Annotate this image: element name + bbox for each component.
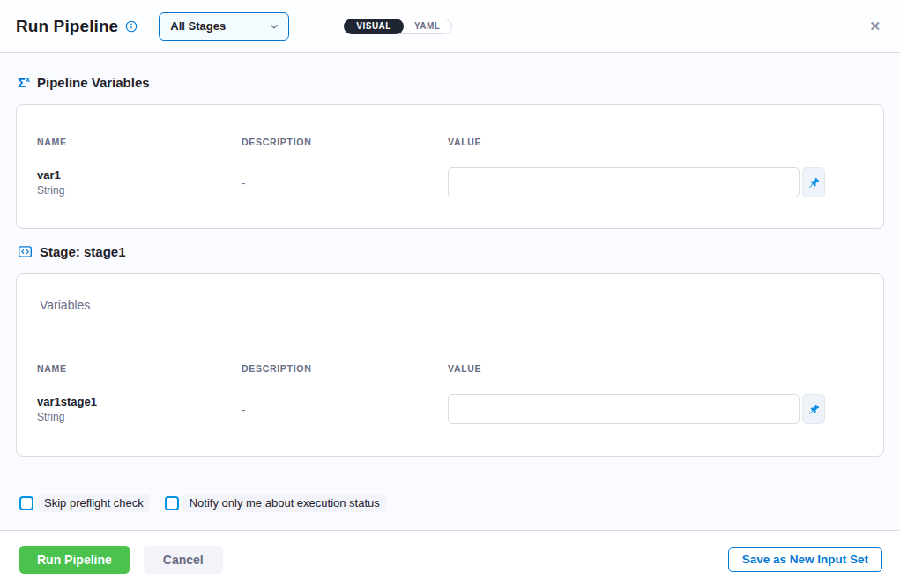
run-pipeline-button[interactable]: Run Pipeline (19, 546, 130, 574)
cancel-button[interactable]: Cancel (144, 546, 223, 574)
page-title: Run Pipeline (16, 17, 118, 36)
pin-icon (807, 176, 821, 190)
table-row: var1stage1 String - (37, 394, 825, 424)
stage-variables-card-title: Variables (40, 298, 825, 312)
notify-me-label: Notify only me about execution status (183, 494, 386, 512)
column-header-description: DESCRIPTION (242, 137, 448, 147)
pipeline-variables-card: NAME DESCRIPTION VALUE var1 String - (16, 104, 884, 229)
variable-description: - (242, 176, 448, 190)
column-header-value: VALUE (448, 363, 825, 374)
notify-me-checkbox[interactable] (165, 496, 179, 510)
table-row: var1 String - (37, 167, 825, 197)
pin-input-type-button[interactable] (802, 394, 825, 424)
column-header-value: VALUE (448, 137, 825, 147)
modal-footer: Run Pipeline Cancel Save as New Input Se… (0, 530, 900, 588)
stage-heading: Stage: stage1 (18, 244, 884, 259)
info-icon[interactable] (125, 20, 138, 33)
variable-name-cell: var1stage1 String (37, 395, 242, 423)
stage-title: Stage: stage1 (40, 244, 126, 259)
toggle-yaml[interactable]: YAML (403, 19, 451, 33)
variable-value-cell (448, 167, 825, 197)
variable-name-cell: var1 String (37, 168, 242, 197)
column-header-name: NAME (37, 363, 242, 374)
pipeline-variables-title: Pipeline Variables (37, 75, 150, 90)
column-header-name: NAME (37, 137, 242, 147)
variable-name: var1stage1 (37, 395, 242, 408)
stage-variables-table-header: NAME DESCRIPTION VALUE (37, 363, 825, 374)
stage-code-icon (18, 244, 33, 259)
variable-value-cell (448, 394, 825, 424)
pin-input-type-button[interactable] (802, 167, 825, 197)
skip-preflight-checkbox[interactable] (19, 496, 33, 510)
stage-selector-dropdown[interactable]: All Stages (159, 12, 289, 41)
run-pipeline-modal: Run Pipeline All Stages VISUAL YAML ✕ (0, 0, 900, 588)
skip-preflight-label: Skip preflight check (38, 494, 150, 512)
stage-selector-value: All Stages (170, 19, 226, 33)
pin-icon (807, 403, 821, 416)
save-as-new-input-set-button[interactable]: Save as New Input Set (728, 547, 882, 572)
pipeline-variables-table-header: NAME DESCRIPTION VALUE (37, 137, 825, 147)
variable-type: String (37, 184, 242, 197)
variable-type: String (37, 411, 242, 423)
modal-body: Σx Pipeline Variables NAME DESCRIPTION V… (0, 53, 900, 530)
variable-description: - (242, 403, 448, 416)
stage-variables-card: Variables NAME DESCRIPTION VALUE var1sta… (16, 273, 884, 457)
column-header-description: DESCRIPTION (242, 363, 448, 374)
pipeline-variables-heading: Σx Pipeline Variables (18, 75, 884, 90)
notify-me-option[interactable]: Notify only me about execution status (165, 494, 386, 512)
sigma-variables-icon: Σx (18, 76, 30, 89)
variable-name: var1 (37, 168, 242, 182)
modal-header: Run Pipeline All Stages VISUAL YAML ✕ (0, 0, 900, 53)
skip-preflight-option[interactable]: Skip preflight check (19, 494, 150, 512)
var1stage1-value-input[interactable] (448, 394, 800, 424)
chevron-down-icon (269, 21, 279, 32)
visual-yaml-toggle: VISUAL YAML (344, 19, 452, 34)
close-icon[interactable]: ✕ (866, 16, 884, 36)
execution-options: Skip preflight check Notify only me abou… (19, 494, 884, 512)
toggle-visual[interactable]: VISUAL (344, 19, 404, 34)
var1-value-input[interactable] (448, 167, 800, 197)
